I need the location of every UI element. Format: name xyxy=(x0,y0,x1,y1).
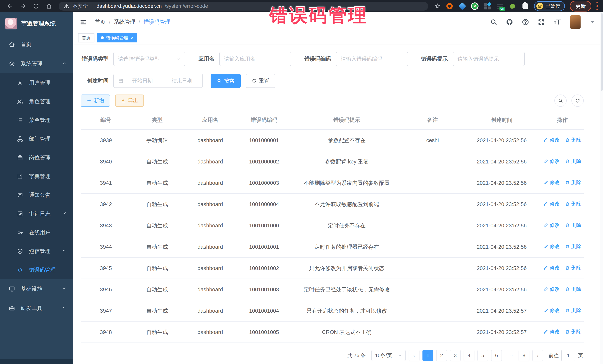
edit-link[interactable]: 修改 xyxy=(544,243,560,250)
delete-link[interactable]: 删除 xyxy=(565,157,581,165)
page-scrollbar[interactable] xyxy=(600,12,603,364)
sidebar-item-user[interactable]: 用户管理 xyxy=(0,73,73,92)
error-code-input[interactable]: 请输入错误码编码 xyxy=(336,52,408,66)
edit-link[interactable]: 修改 xyxy=(544,285,560,293)
sidebar-item-menulist[interactable]: 菜单管理 xyxy=(0,111,73,130)
delete-link[interactable]: 删除 xyxy=(565,243,581,250)
sidebar-item-megaphone[interactable]: 通知公告 xyxy=(0,186,73,204)
add-button[interactable]: 新增 xyxy=(81,95,110,107)
page-button-3[interactable]: 3 xyxy=(450,350,461,361)
page-button-2[interactable]: 2 xyxy=(436,350,447,361)
app-name-input[interactable]: 请输入应用名 xyxy=(219,52,291,66)
extension-v-icon[interactable]: V xyxy=(471,2,479,10)
cell-actions: 修改删除 xyxy=(541,151,584,172)
page-button-4[interactable]: 4 xyxy=(464,350,475,361)
breadcrumb-separator: / xyxy=(109,19,110,25)
edit-link[interactable]: 修改 xyxy=(544,328,560,336)
extension-puzzle-icon[interactable] xyxy=(521,2,529,10)
table-body: 3939手动编辑dashboard1001000001参数配置不存在ceshi2… xyxy=(81,130,584,343)
hamburger-icon[interactable] xyxy=(80,18,87,26)
sidebar-collapse-bar[interactable] xyxy=(0,359,73,364)
bookmark-star-icon[interactable] xyxy=(435,3,441,9)
sidebar-item-code[interactable]: 错误码管理 xyxy=(0,261,73,279)
avatar-caret-icon[interactable] xyxy=(590,21,594,23)
prev-page-button[interactable]: ‹ xyxy=(409,350,419,361)
sidebar-item-label: 字典管理 xyxy=(29,173,67,180)
tab-item[interactable]: 首页 xyxy=(78,33,94,43)
sidebar-item-book[interactable]: 字典管理 xyxy=(0,167,73,186)
tags-view: 首页错误码管理× xyxy=(73,32,603,44)
delete-link[interactable]: 删除 xyxy=(565,307,581,314)
edit-link[interactable]: 修改 xyxy=(544,307,560,314)
sidebar-item-home[interactable]: 首页 xyxy=(0,35,73,54)
extension-drop-icon[interactable] xyxy=(509,2,517,10)
table-row: 3948自动生成dashboard1001001005CRON 表达式不正确20… xyxy=(81,321,584,343)
sidebar-item-gear[interactable]: 系统管理 xyxy=(0,54,73,73)
date-range-picker[interactable]: 开始日期 - 结束日期 xyxy=(113,74,203,88)
tab-close-icon[interactable]: × xyxy=(131,35,134,40)
tab-active[interactable]: 错误码管理× xyxy=(97,33,137,43)
breadcrumb-item[interactable]: 首页 xyxy=(95,18,105,26)
reset-button[interactable]: 重置 xyxy=(246,74,275,88)
profile-paused-badge[interactable]: 已暂停 xyxy=(534,1,565,11)
header-search-icon[interactable] xyxy=(490,19,497,26)
sidebar-item-org[interactable]: 部门管理 xyxy=(0,130,73,148)
page-button-1[interactable]: 1 xyxy=(422,350,433,361)
browser-reload-icon[interactable] xyxy=(31,1,41,11)
browser-back-icon[interactable] xyxy=(5,1,15,11)
edit-link[interactable]: 修改 xyxy=(544,157,560,165)
browser-update-button[interactable]: 更新 xyxy=(570,1,591,11)
help-icon[interactable] xyxy=(522,18,529,26)
goto-page-input[interactable]: 1 xyxy=(561,350,575,361)
fullscreen-icon[interactable] xyxy=(538,19,545,26)
extension-list-icon[interactable]: on xyxy=(496,2,504,10)
next-page-button[interactable]: › xyxy=(532,350,543,361)
cell-code: 1001001005 xyxy=(237,321,291,343)
sidebar-item-monitor[interactable]: 基础设施 xyxy=(0,279,73,298)
delete-link[interactable]: 删除 xyxy=(565,328,581,336)
page-button-8[interactable]: 8 xyxy=(519,350,529,361)
edit-link[interactable]: 修改 xyxy=(544,179,560,187)
edit-link[interactable]: 修改 xyxy=(544,221,560,229)
address-bar[interactable]: 不安全 dashboard.yudao.iocoder.cn/system/er… xyxy=(59,2,428,11)
font-size-icon[interactable] xyxy=(553,18,561,26)
column-header: 编号 xyxy=(81,111,131,130)
edit-link[interactable]: 修改 xyxy=(544,264,560,272)
breadcrumb-item[interactable]: 错误码管理 xyxy=(143,18,170,26)
toggle-search-button[interactable] xyxy=(554,95,567,107)
edit-link[interactable]: 修改 xyxy=(544,200,560,208)
sidebar-item-toolbox[interactable]: 研发工具 xyxy=(0,298,73,318)
refresh-button[interactable] xyxy=(571,95,584,107)
export-button[interactable]: 导出 xyxy=(115,95,144,107)
delete-link[interactable]: 删除 xyxy=(565,136,581,144)
sidebar-item-key[interactable]: 在线用户 xyxy=(0,223,73,242)
sidebar-item-badge[interactable]: 岗位管理 xyxy=(0,148,73,167)
browser-toolbar: V on 已暂停 更新 ••• xyxy=(435,1,598,11)
delete-link[interactable]: 删除 xyxy=(565,264,581,272)
edit-link[interactable]: 修改 xyxy=(544,136,560,144)
delete-link[interactable]: 删除 xyxy=(565,285,581,293)
browser-menu-icon[interactable]: ••• xyxy=(596,1,598,11)
sidebar-item-shield[interactable]: 短信管理 xyxy=(0,242,73,261)
delete-link[interactable]: 删除 xyxy=(565,200,581,208)
search-button[interactable]: 搜索 xyxy=(211,74,241,88)
page-button-6[interactable]: 6 xyxy=(491,350,502,361)
browser-forward-icon[interactable] xyxy=(18,1,28,11)
extension-aperture-icon[interactable] xyxy=(446,2,453,10)
page-button-5[interactable]: 5 xyxy=(477,350,488,361)
error-hint-input[interactable]: 请输入错误码提示 xyxy=(453,52,525,66)
sidebar-item-users[interactable]: 角色管理 xyxy=(0,92,73,111)
sidebar-logo[interactable]: 芋道管理系统 xyxy=(0,12,73,35)
delete-link[interactable]: 删除 xyxy=(565,179,581,187)
extension-grid-icon[interactable] xyxy=(484,2,491,10)
user-avatar[interactable] xyxy=(570,15,581,29)
github-icon[interactable] xyxy=(506,18,513,26)
chevron-up-icon xyxy=(62,61,67,67)
sidebar-item-log[interactable]: 审计日志 xyxy=(0,204,73,223)
error-type-select[interactable]: 请选择错误码类型 xyxy=(113,52,185,66)
browser-home-icon[interactable] xyxy=(44,1,54,11)
breadcrumb-item[interactable]: 系统管理 xyxy=(114,18,135,26)
delete-link[interactable]: 删除 xyxy=(565,221,581,229)
page-size-select[interactable]: 10条/页 xyxy=(371,350,406,361)
extension-gem-icon[interactable] xyxy=(458,2,466,10)
